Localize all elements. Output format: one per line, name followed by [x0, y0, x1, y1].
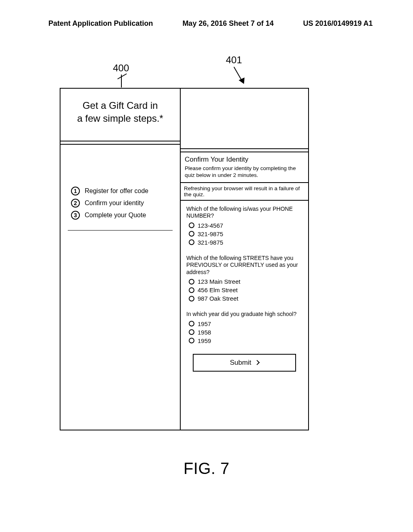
step-3-number-icon: 3: [71, 211, 80, 220]
question-1-option-3[interactable]: 321-9875: [189, 239, 302, 246]
radio-icon: [189, 321, 194, 326]
question-2-option-3[interactable]: 987 Oak Street: [189, 295, 302, 302]
figure-label: FIG. 7: [0, 459, 413, 478]
step-2: 2 Confirm your identity: [71, 199, 173, 208]
radio-icon: [189, 222, 194, 228]
question-2-option-1-label: 123 Main Street: [198, 278, 240, 285]
step-2-label: Confirm your identity: [85, 200, 144, 207]
radio-icon: [189, 296, 194, 301]
right-top-spacer: [181, 89, 308, 148]
submit-button-label: Submit: [230, 359, 251, 367]
left-lower-divider: [68, 230, 173, 231]
left-title-box: Get a Gift Card in a few simple steps.*: [60, 89, 180, 141]
question-1-option-3-label: 321-9875: [198, 239, 223, 246]
left-title-line-2: a few simple steps.*: [69, 112, 171, 125]
radio-icon: [189, 329, 194, 335]
question-1-option-2[interactable]: 321-9875: [189, 231, 302, 237]
radio-icon: [189, 279, 194, 285]
question-1-text: Which of the following is/was your PHONE…: [186, 206, 302, 220]
step-3: 3 Complete your Quote: [71, 211, 173, 220]
question-2: Which of the following STREETS have you …: [181, 250, 308, 306]
steps-list: 1 Register for offer code 2 Confirm your…: [68, 187, 173, 220]
step-2-number-icon: 2: [71, 199, 80, 208]
callout-401: 401: [226, 54, 242, 66]
question-3-option-1-label: 1957: [198, 320, 211, 327]
question-2-text: Which of the following STREETS have you …: [186, 255, 302, 276]
question-3-option-3[interactable]: 1959: [189, 337, 302, 344]
header-date-sheet: May 26, 2016 Sheet 7 of 14: [182, 19, 273, 28]
question-3: In which year did you graduate high scho…: [181, 306, 308, 348]
question-2-option-3-label: 987 Oak Street: [198, 295, 238, 302]
left-title-line-1: Get a Gift Card in: [69, 99, 171, 112]
right-panel: Confirm Your Identity Please confirm you…: [180, 88, 309, 430]
radio-icon: [189, 231, 194, 237]
question-1-option-2-label: 321-9875: [198, 231, 223, 237]
radio-icon: [189, 239, 194, 245]
question-3-option-1[interactable]: 1957: [189, 320, 302, 327]
left-divider: [60, 141, 180, 145]
left-panel: Get a Gift Card in a few simple steps.* …: [60, 88, 181, 430]
question-2-option-2[interactable]: 456 Elm Street: [189, 287, 302, 293]
submit-button[interactable]: Submit: [193, 354, 296, 372]
question-3-text: In which year did you graduate high scho…: [186, 311, 302, 318]
step-1-number-icon: 1: [71, 187, 80, 195]
question-1: Which of the following is/was your PHONE…: [181, 201, 308, 250]
question-1-option-1[interactable]: 123-4567: [189, 222, 302, 229]
confirm-identity-subtitle: Please confirm your identity by completi…: [181, 164, 308, 182]
chevron-right-icon: [254, 360, 260, 365]
callout-401-arrow: [234, 66, 250, 67]
question-2-option-1[interactable]: 123 Main Street: [189, 278, 302, 285]
header-publication-number: US 2016/0149919 A1: [303, 19, 373, 28]
step-1-label: Register for offer code: [85, 187, 148, 195]
refresh-warning: Refreshing your browser will result in a…: [181, 183, 308, 200]
step-1: 1 Register for offer code: [71, 187, 173, 195]
question-3-option-2-label: 1958: [198, 329, 211, 336]
confirm-identity-title: Confirm Your Identity: [181, 152, 308, 164]
callout-400-leader: [121, 75, 122, 87]
question-2-option-2-label: 456 Elm Street: [198, 287, 238, 293]
question-1-option-1-label: 123-4567: [198, 222, 223, 229]
callout-400: 400: [113, 62, 129, 74]
question-3-option-2[interactable]: 1958: [189, 329, 302, 336]
question-3-option-3-label: 1959: [198, 337, 211, 344]
step-3-label: Complete your Quote: [85, 212, 146, 219]
header-publication-type: Patent Application Publication: [48, 19, 153, 28]
radio-icon: [189, 287, 194, 293]
radio-icon: [189, 338, 194, 343]
